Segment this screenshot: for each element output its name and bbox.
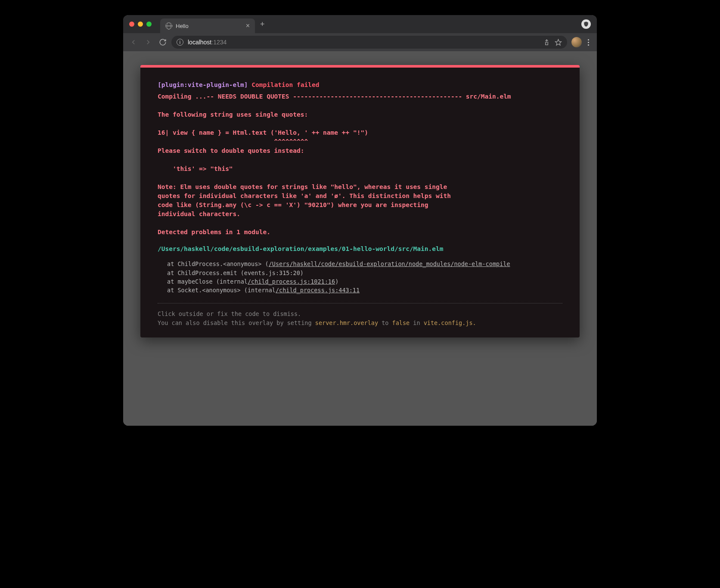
error-title: Compilation failed (251, 81, 319, 88)
new-tab-button[interactable]: + (260, 20, 265, 29)
url-host: localhost (188, 39, 211, 46)
titlebar: Hello × + (123, 15, 597, 33)
site-info-icon[interactable]: i (177, 39, 183, 46)
error-body: Compiling ...-- NEEDS DOUBLE QUOTES ----… (158, 92, 562, 237)
url-text: localhost:1234 (188, 39, 227, 46)
reload-button[interactable] (157, 36, 169, 48)
back-button[interactable] (127, 36, 140, 48)
stack-frame: at ChildProcess.<anonymous> (/Users/hask… (167, 260, 562, 268)
traffic-lights (129, 22, 152, 27)
bookmark-icon[interactable] (555, 39, 562, 46)
window-close-button[interactable] (129, 22, 134, 27)
forward-button[interactable] (142, 36, 154, 48)
error-file-path: /Users/haskell/code/esbuild-exploration/… (158, 244, 562, 254)
browser-tab[interactable]: Hello × (160, 19, 255, 33)
toolbar: i localhost:1234 (123, 33, 597, 51)
close-icon[interactable]: × (246, 22, 250, 29)
plugin-tag: [plugin:vite-plugin-elm] (158, 81, 248, 88)
stack-link[interactable]: /child_process.js:1021:16 (248, 278, 335, 285)
stack-link[interactable]: /child_process.js:443:11 (276, 287, 360, 294)
incognito-icon[interactable] (581, 19, 591, 29)
window-maximize-button[interactable] (146, 22, 152, 27)
share-icon[interactable] (543, 39, 550, 46)
address-bar[interactable]: i localhost:1234 (171, 36, 567, 49)
vite-error-overlay: [plugin:vite-plugin-elm] Compilation fai… (140, 65, 580, 337)
viewport[interactable]: [plugin:vite-plugin-elm] Compilation fai… (123, 51, 597, 426)
stack-link[interactable]: /Users/haskell/code/esbuild-exploration/… (269, 260, 510, 267)
stack-frame: at ChildProcess.emit (events.js:315:20) (167, 269, 562, 277)
divider (158, 303, 562, 303)
stack-frame: at maybeClose (internal/child_process.js… (167, 277, 562, 286)
error-header: [plugin:vite-plugin-elm] Compilation fai… (158, 80, 562, 90)
tip-line-1: Click outside or fix the code to dismiss… (158, 309, 562, 318)
globe-icon (165, 22, 172, 29)
url-port: :1234 (211, 39, 227, 46)
profile-avatar[interactable] (571, 37, 582, 47)
tab-title: Hello (176, 23, 242, 29)
window-minimize-button[interactable] (138, 22, 143, 27)
kebab-menu-icon[interactable] (584, 39, 593, 46)
stack-frame: at Socket.<anonymous> (internal/child_pr… (167, 286, 562, 294)
browser-window: Hello × + i localhost:1234 (123, 15, 597, 426)
tip-line-2: You can also disable this overlay by set… (158, 319, 562, 327)
dismiss-tip: Click outside or fix the code to dismiss… (158, 309, 562, 327)
stack-trace: at ChildProcess.<anonymous> (/Users/hask… (158, 260, 562, 294)
